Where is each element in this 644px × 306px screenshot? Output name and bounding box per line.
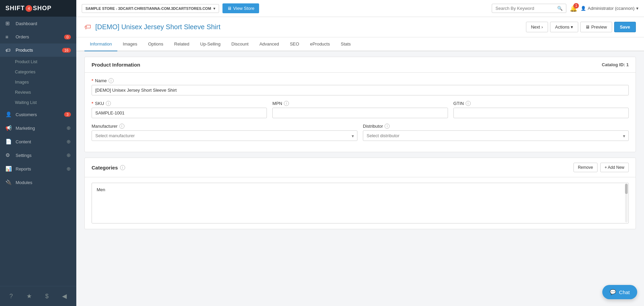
gtin-info-icon[interactable]: i	[466, 101, 471, 106]
chat-label: Chat	[619, 289, 630, 295]
dashboard-icon: ⊞	[5, 20, 12, 26]
tab-label: eProducts	[310, 41, 330, 47]
monitor-icon: 🖥	[227, 6, 232, 11]
search-box[interactable]: 🔍	[492, 4, 566, 13]
sidebar-item-products[interactable]: 🏷 Products 16	[0, 43, 76, 57]
products-badge: 16	[62, 48, 71, 53]
view-store-button[interactable]: 🖥 View Store	[222, 3, 259, 13]
sidebar-item-orders[interactable]: ≡ Orders 0	[0, 30, 76, 43]
gtin-input[interactable]	[453, 108, 629, 118]
manufacturer-info-icon[interactable]: i	[119, 124, 124, 129]
store-selector[interactable]: SAMPLE STORE - 3DCART-CHRISTIANNA-COM.3D…	[82, 4, 219, 13]
tab-upselling[interactable]: Up-Selling	[195, 37, 226, 51]
name-input[interactable]	[92, 85, 629, 95]
sidebar-item-customers[interactable]: 👤 Customers 3	[0, 108, 76, 121]
distributor-info-icon[interactable]: i	[385, 124, 390, 129]
sidebar-item-label: Dashboard	[16, 21, 71, 26]
reports-icon: 📊	[5, 166, 12, 172]
sidebar-subitem-product-list[interactable]: Product List	[0, 57, 76, 67]
settings-expand-icon: ⊕	[66, 152, 71, 158]
search-input[interactable]	[495, 6, 555, 11]
distributor-select-wrapper: Select distributor	[363, 130, 629, 141]
sidebar-item-content[interactable]: 📄 Content ⊕	[0, 135, 76, 148]
admin-chevron: ▾	[636, 6, 639, 11]
sidebar-item-settings[interactable]: ⚙ Settings ⊕	[0, 148, 76, 162]
topbar: SAMPLE STORE - 3DCART-CHRISTIANNA-COM.3D…	[76, 0, 644, 17]
sidebar-item-label: Reports	[16, 166, 66, 172]
tab-label: Information	[90, 41, 112, 47]
tab-information[interactable]: Information	[84, 37, 117, 51]
next-label: Next	[531, 24, 540, 30]
product-info-section: Product Information Catalog ID: 1 * Name…	[84, 57, 636, 152]
mpn-input[interactable]	[272, 108, 448, 118]
sidebar-item-reports[interactable]: 📊 Reports ⊕	[0, 162, 76, 176]
customers-icon: 👤	[5, 111, 12, 118]
sku-info-icon[interactable]: i	[106, 101, 111, 106]
sidebar-item-dashboard[interactable]: ⊞ Dashboard	[0, 17, 76, 30]
save-button[interactable]: Save	[614, 22, 636, 32]
sidebar-subitem-reviews[interactable]: Reviews	[0, 87, 76, 97]
sidebar-subitem-waiting-list[interactable]: Waiting List	[0, 97, 76, 108]
categories-header: Categories i Remove + Add New	[85, 158, 636, 177]
distributor-select[interactable]: Select distributor	[363, 130, 629, 141]
sku-input[interactable]	[92, 108, 267, 118]
mpn-info-icon[interactable]: i	[284, 101, 289, 106]
billing-icon[interactable]: $	[41, 291, 53, 302]
add-new-label: + Add New	[605, 165, 624, 170]
next-chevron: ›	[541, 24, 543, 30]
name-info-icon[interactable]: i	[109, 78, 114, 83]
tab-label: Images	[123, 41, 137, 47]
sidebar-item-label: Content	[16, 139, 66, 144]
marketing-icon: 📢	[5, 125, 12, 131]
preview-button[interactable]: 🖥 Preview	[580, 22, 612, 32]
manufacturer-label-text: Manufacturer	[92, 124, 118, 129]
actions-button[interactable]: Actions ▾	[550, 22, 579, 32]
sidebar-subitem-images[interactable]: Images	[0, 77, 76, 87]
tab-images[interactable]: Images	[117, 37, 143, 51]
manufacturer-select[interactable]: Select manufacturer	[92, 130, 357, 141]
manufacturer-group: Manufacturer i Select manufacturer	[92, 124, 357, 141]
user-icon: 👤	[581, 6, 586, 11]
admin-user[interactable]: 👤 Administrator (ccannon) ▾	[581, 6, 639, 11]
help-icon[interactable]: ?	[5, 291, 17, 302]
categories-scrollbar[interactable]	[625, 184, 628, 222]
categories-actions: Remove + Add New	[573, 163, 629, 172]
tab-related[interactable]: Related	[169, 37, 195, 51]
category-item[interactable]: Men	[95, 186, 626, 194]
marketing-expand-icon: ⊕	[66, 125, 71, 131]
sidebar-item-marketing[interactable]: 📢 Marketing ⊕	[0, 121, 76, 135]
product-info-body: * Name i * SKU i	[85, 73, 636, 152]
tab-discount[interactable]: Discount	[226, 37, 254, 51]
sidebar-subitem-categories[interactable]: Categories	[0, 67, 76, 77]
content-expand-icon: ⊕	[66, 139, 71, 145]
distributor-label-text: Distributor	[363, 124, 383, 129]
logo-text-2: SHOP	[33, 5, 52, 12]
sidebar-item-modules[interactable]: 🔌 Modules	[0, 176, 76, 189]
tab-label: Related	[174, 41, 190, 47]
tab-options[interactable]: Options	[143, 37, 169, 51]
categories-info-icon[interactable]: i	[120, 165, 125, 170]
mpn-group: MPN i	[272, 101, 448, 118]
subitem-label: Reviews	[15, 90, 31, 95]
logo-badge: 4	[25, 5, 32, 12]
collapse-icon[interactable]: ◀	[58, 290, 71, 302]
subitem-label: Images	[15, 80, 29, 85]
notification-bell[interactable]: 🔔 1	[570, 5, 577, 12]
manufacturer-col: Manufacturer i Select manufacturer	[92, 124, 357, 146]
categories-body: Men	[85, 177, 636, 229]
sku-label-text: SKU	[95, 101, 104, 106]
favorites-icon[interactable]: ★	[22, 290, 36, 302]
tab-eproducts[interactable]: eProducts	[305, 37, 335, 51]
next-button[interactable]: Next ›	[526, 22, 548, 32]
tab-advanced[interactable]: Advanced	[254, 37, 285, 51]
tab-label: Options	[148, 41, 163, 47]
tab-seo[interactable]: SEO	[285, 37, 305, 51]
sidebar-item-label: Modules	[16, 180, 71, 185]
sku-required-star: *	[92, 101, 93, 106]
add-new-category-button[interactable]: + Add New	[600, 163, 629, 172]
search-icon: 🔍	[557, 6, 563, 11]
chat-button[interactable]: 💬 Chat	[602, 285, 637, 299]
remove-category-button[interactable]: Remove	[573, 163, 598, 172]
subitem-label: Categories	[15, 70, 35, 74]
tab-stats[interactable]: Stats	[335, 37, 356, 51]
